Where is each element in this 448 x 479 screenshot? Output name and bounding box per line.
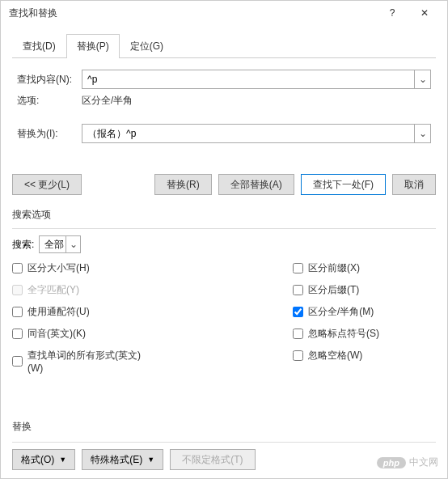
tab-goto-label: 定位(G) bbox=[130, 40, 163, 52]
bottom-section-label: 替换 bbox=[12, 420, 436, 434]
ignore-space-checkbox[interactable]: 忽略空格(W) bbox=[293, 349, 362, 362]
chevron-down-icon: ⌄ bbox=[419, 128, 427, 139]
help-icon: ? bbox=[390, 7, 395, 19]
tab-find[interactable]: 查找(D) bbox=[12, 34, 66, 58]
tab-replace-label: 替换(P) bbox=[77, 40, 109, 52]
wildcards-label: 使用通配符(U) bbox=[27, 305, 90, 319]
find-next-button[interactable]: 查找下一处(F) bbox=[301, 174, 386, 195]
wildcards-checkbox[interactable]: 使用通配符(U) bbox=[12, 305, 155, 319]
word-forms-checkbox[interactable]: 查找单词的所有形式(英文)(W) bbox=[12, 349, 155, 374]
less-button[interactable]: << 更少(L) bbox=[12, 174, 82, 195]
search-options-title: 搜索选项 bbox=[12, 208, 436, 222]
sounds-like-checkbox[interactable]: 同音(英文)(K) bbox=[12, 327, 155, 341]
cancel-button[interactable]: 取消 bbox=[392, 174, 436, 195]
ignore-space-label: 忽略空格(W) bbox=[308, 349, 362, 362]
triangle-down-icon: ▼ bbox=[59, 456, 66, 464]
prefix-checkbox[interactable]: 区分前缀(X) bbox=[293, 261, 360, 275]
options-value: 区分全/半角 bbox=[82, 94, 133, 108]
window-title: 查找和替换 bbox=[9, 6, 376, 20]
options-label: 选项: bbox=[17, 94, 75, 108]
search-direction-dropdown[interactable]: ⌄ bbox=[66, 236, 80, 252]
special-dropdown[interactable]: 特殊格式(E)▼ bbox=[82, 449, 163, 470]
ignore-punct-label: 忽略标点符号(S) bbox=[308, 327, 379, 341]
ignore-punct-checkbox[interactable]: 忽略标点符号(S) bbox=[293, 327, 379, 341]
close-button[interactable]: ✕ bbox=[408, 2, 441, 24]
format-label: 格式(O) bbox=[21, 453, 54, 467]
replace-label: 替换为(I): bbox=[17, 127, 75, 141]
sounds-like-label: 同音(英文)(K) bbox=[27, 327, 86, 341]
special-label: 特殊格式(E) bbox=[91, 453, 142, 467]
find-dropdown-button[interactable]: ⌄ bbox=[414, 70, 430, 88]
no-format-button: 不限定格式(T) bbox=[170, 449, 255, 470]
format-dropdown[interactable]: 格式(O)▼ bbox=[12, 449, 75, 470]
tab-find-label: 查找(D) bbox=[23, 40, 56, 52]
find-label: 查找内容(N): bbox=[17, 73, 75, 87]
prefix-label: 区分前缀(X) bbox=[308, 261, 360, 275]
tab-goto[interactable]: 定位(G) bbox=[120, 34, 174, 58]
triangle-down-icon: ▼ bbox=[147, 456, 154, 464]
word-forms-label: 查找单词的所有形式(英文)(W) bbox=[27, 349, 155, 374]
full-half-checkbox[interactable]: 区分全/半角(M) bbox=[293, 305, 374, 319]
search-direction-label: 搜索: bbox=[12, 238, 34, 252]
whole-word-label: 全字匹配(Y) bbox=[27, 283, 79, 297]
tab-replace[interactable]: 替换(P) bbox=[66, 34, 120, 58]
match-case-checkbox[interactable]: 区分大小写(H) bbox=[12, 261, 155, 275]
full-half-label: 区分全/半角(M) bbox=[308, 305, 374, 319]
find-input[interactable] bbox=[82, 70, 431, 89]
close-icon: ✕ bbox=[421, 7, 429, 19]
replace-input[interactable] bbox=[82, 124, 431, 143]
whole-word-checkbox: 全字匹配(Y) bbox=[12, 283, 155, 297]
replace-button[interactable]: 替换(R) bbox=[154, 174, 212, 195]
replace-all-button[interactable]: 全部替换(A) bbox=[218, 174, 294, 195]
suffix-checkbox[interactable]: 区分后缀(T) bbox=[293, 283, 359, 297]
help-button[interactable]: ? bbox=[376, 2, 408, 24]
chevron-down-icon: ⌄ bbox=[419, 74, 427, 85]
tab-bar: 查找(D) 替换(P) 定位(G) bbox=[12, 33, 436, 58]
replace-dropdown-button[interactable]: ⌄ bbox=[414, 125, 430, 142]
match-case-label: 区分大小写(H) bbox=[27, 261, 90, 275]
suffix-label: 区分后缀(T) bbox=[308, 283, 359, 297]
chevron-down-icon: ⌄ bbox=[70, 239, 78, 250]
